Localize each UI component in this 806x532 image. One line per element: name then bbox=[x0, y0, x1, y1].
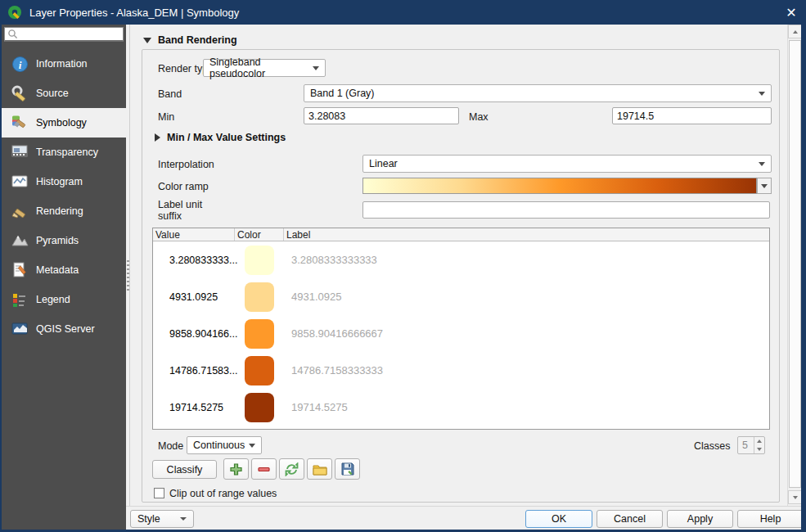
plus-icon bbox=[229, 462, 243, 476]
min-label: Min bbox=[158, 111, 174, 123]
sidebar-item-label: Source bbox=[36, 88, 69, 99]
scrollbar-thumb[interactable] bbox=[789, 40, 801, 488]
rendering-icon bbox=[10, 201, 29, 221]
save-color-map-button[interactable] bbox=[335, 458, 360, 480]
chevron-down-icon bbox=[249, 444, 255, 448]
table-row[interactable]: 4931.0925 4931.0925 bbox=[153, 278, 769, 315]
folder-icon bbox=[313, 463, 327, 476]
color-ramp[interactable] bbox=[362, 178, 757, 194]
cell-value: 19714.5275 bbox=[153, 402, 235, 413]
band-combo[interactable]: Band 1 (Gray) bbox=[304, 84, 772, 102]
chevron-down-icon bbox=[313, 66, 319, 70]
mode-combo[interactable]: Continuous bbox=[187, 436, 262, 454]
spin-down-icon[interactable] bbox=[754, 445, 764, 453]
sidebar-item-transparency[interactable]: Transparency bbox=[2, 138, 126, 167]
min-input[interactable] bbox=[304, 107, 459, 124]
vertical-scrollbar[interactable] bbox=[787, 25, 801, 506]
qgis-server-icon bbox=[10, 319, 29, 339]
color-swatch[interactable] bbox=[245, 319, 274, 349]
dialog-footer: Style OK Cancel Apply Help bbox=[126, 506, 806, 530]
max-input[interactable] bbox=[612, 107, 772, 124]
cell-value: 3.280833333... bbox=[153, 255, 235, 266]
color-swatch[interactable] bbox=[245, 282, 274, 312]
help-button[interactable]: Help bbox=[737, 510, 804, 528]
color-swatch[interactable] bbox=[245, 246, 274, 275]
table-header-row: Value Color Label bbox=[153, 228, 769, 241]
sidebar-item-legend[interactable]: Legend bbox=[2, 285, 126, 314]
label-unit-suffix-input[interactable] bbox=[362, 201, 770, 219]
column-header-value[interactable]: Value bbox=[153, 228, 235, 241]
table-row[interactable]: 14786.71583... 14786.7158333333 bbox=[153, 352, 769, 389]
sidebar-item-label: QGIS Server bbox=[36, 323, 95, 335]
classify-button[interactable]: Classify bbox=[152, 460, 217, 479]
sidebar-item-qgis-server[interactable]: QGIS Server bbox=[2, 314, 126, 344]
search-input[interactable] bbox=[4, 27, 124, 42]
sidebar-item-information[interactable]: i Information bbox=[2, 49, 126, 79]
table-row[interactable]: 9858.904166... 9858.90416666667 bbox=[153, 315, 769, 352]
legend-icon bbox=[10, 290, 29, 309]
histogram-icon bbox=[10, 172, 29, 192]
mode-value: Continuous bbox=[193, 440, 245, 451]
ok-button[interactable]: OK bbox=[525, 510, 592, 528]
metadata-icon bbox=[10, 260, 29, 280]
chevron-down-icon bbox=[759, 92, 765, 96]
qgis-logo-icon bbox=[7, 4, 23, 20]
band-rendering-header[interactable]: Band Rendering bbox=[143, 34, 237, 46]
classification-table[interactable]: Value Color Label 3.280833333... 3.28083… bbox=[152, 228, 770, 430]
sidebar-item-label: Histogram bbox=[36, 176, 83, 187]
style-menu-label: Style bbox=[137, 513, 160, 525]
clip-checkbox-label: Clip out of range values bbox=[169, 488, 277, 499]
minus-icon bbox=[257, 462, 271, 476]
apply-button[interactable]: Apply bbox=[667, 510, 733, 528]
column-header-color[interactable]: Color bbox=[235, 228, 284, 241]
classes-label: Classes bbox=[694, 440, 730, 452]
svg-text:i: i bbox=[18, 58, 21, 70]
render-type-combo[interactable]: Singleband pseudocolor bbox=[203, 59, 326, 77]
table-row[interactable]: 3.280833333... 3.2808333333333 bbox=[153, 241, 769, 278]
sidebar-nav: i Information Source Symbology bbox=[2, 49, 126, 344]
table-row[interactable]: 19714.5275 19714.5275 bbox=[153, 389, 769, 426]
minmax-settings-header[interactable]: Min / Max Value Settings bbox=[155, 132, 286, 143]
sidebar-item-symbology[interactable]: Symbology bbox=[2, 108, 126, 138]
scroll-down-icon[interactable] bbox=[788, 490, 802, 504]
color-swatch[interactable] bbox=[245, 393, 274, 422]
remove-entry-button[interactable] bbox=[251, 458, 277, 480]
label-unit-suffix-label: Label unit suffix bbox=[158, 199, 202, 222]
refresh-arrows-icon bbox=[285, 462, 299, 476]
source-icon bbox=[10, 83, 29, 103]
sidebar-item-label: Rendering bbox=[36, 205, 83, 217]
label-unit-suffix-line2: suffix bbox=[158, 210, 202, 222]
cancel-button[interactable]: Cancel bbox=[597, 510, 663, 528]
layer-properties-dialog: Layer Properties - Alaska_DEM | Symbolog… bbox=[0, 0, 806, 532]
pyramids-icon bbox=[10, 231, 29, 250]
sidebar-item-source[interactable]: Source bbox=[2, 79, 126, 108]
sidebar-item-label: Legend bbox=[36, 294, 70, 305]
close-icon[interactable]: ✕ bbox=[775, 0, 806, 25]
symbology-panel: Band Rendering Render type Singleband ps… bbox=[129, 25, 787, 506]
color-ramp-dropdown-button[interactable] bbox=[757, 178, 772, 194]
clip-checkbox[interactable] bbox=[154, 488, 164, 498]
style-menu-button[interactable]: Style bbox=[130, 510, 194, 528]
cell-label: 4931.0925 bbox=[284, 291, 769, 303]
band-value: Band 1 (Gray) bbox=[310, 88, 375, 99]
max-label: Max bbox=[469, 111, 489, 123]
spin-up-icon[interactable] bbox=[754, 437, 764, 445]
add-entry-button[interactable] bbox=[223, 458, 249, 480]
sidebar-item-metadata[interactable]: Metadata bbox=[2, 255, 126, 285]
color-swatch[interactable] bbox=[245, 356, 274, 385]
sidebar-item-histogram[interactable]: Histogram bbox=[2, 167, 126, 196]
classes-spinner[interactable]: 5 bbox=[737, 436, 765, 454]
info-icon: i bbox=[10, 54, 29, 74]
load-min-max-button[interactable] bbox=[279, 458, 304, 480]
sidebar-item-label: Information bbox=[36, 58, 88, 70]
symbology-icon bbox=[10, 113, 29, 133]
sidebar-item-rendering[interactable]: Rendering bbox=[2, 196, 126, 226]
scroll-up-icon[interactable] bbox=[788, 25, 802, 38]
interpolation-combo[interactable]: Linear bbox=[362, 155, 772, 173]
load-color-map-button[interactable] bbox=[307, 458, 332, 480]
column-header-label[interactable]: Label bbox=[284, 228, 769, 241]
cell-value: 4931.0925 bbox=[153, 291, 235, 303]
chevron-down-icon bbox=[180, 517, 187, 521]
sidebar-item-pyramids[interactable]: Pyramids bbox=[2, 226, 126, 255]
window-title: Layer Properties - Alaska_DEM | Symbolog… bbox=[29, 7, 239, 19]
